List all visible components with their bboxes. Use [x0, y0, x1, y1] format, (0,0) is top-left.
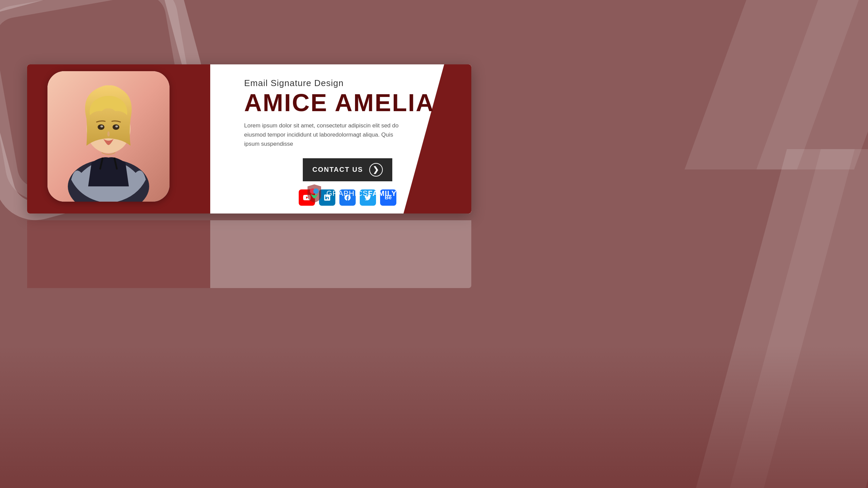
reflection-left	[27, 220, 210, 288]
card-reflection	[27, 220, 471, 288]
card-left-section	[27, 64, 210, 214]
card-name: AMICE AMELIA	[244, 90, 451, 115]
street-address: 923 HOLDING, 51 ROAD, NOAPARA	[389, 213, 451, 214]
svg-point-7	[115, 125, 118, 127]
svg-point-11	[313, 188, 319, 194]
phone-item: +880 1931 034992	[244, 213, 286, 214]
address-item: 923 HOLDING, 51 ROAD, NOAPARA	[377, 213, 451, 214]
contact-info-row: +880 1931 034992 EXAMPLE@GMAIL.COM 923 H…	[244, 213, 451, 214]
brand-name-bold: FAMILY	[368, 189, 397, 198]
contact-us-button[interactable]: CONTACT US ❯	[303, 158, 392, 181]
phone-number: +880 1931 034992	[256, 213, 286, 214]
card-subtitle: Email Signature Design	[244, 78, 451, 88]
profile-photo-frame	[47, 71, 170, 202]
profile-photo	[47, 71, 170, 202]
card-right-section: Email Signature Design AMICE AMELIA Lore…	[210, 64, 471, 214]
reflection-inner	[27, 220, 471, 288]
card-description: Lorem ipsum dolor sit amet, consectetur …	[244, 121, 407, 149]
brand-logo: GRAPHICSFAMILY	[306, 184, 397, 203]
contact-btn-arrow-icon: ❯	[369, 163, 383, 177]
email-signature-card: Email Signature Design AMICE AMELIA Lore…	[27, 64, 471, 214]
svg-point-6	[100, 125, 103, 127]
bottom-gradient	[0, 346, 868, 488]
brand-name-plain: GRAPHICS	[326, 189, 368, 198]
brand-name: GRAPHICSFAMILY	[326, 189, 397, 198]
brand-icon	[306, 184, 323, 203]
contact-btn-label: CONTACT US	[312, 166, 363, 174]
